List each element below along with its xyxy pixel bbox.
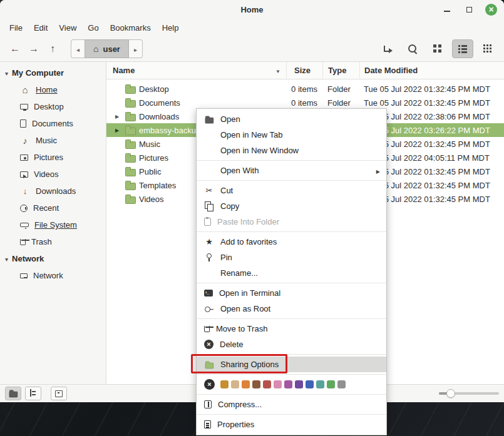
maximize-button[interactable] — [463, 4, 475, 15]
sidebar-item-recent[interactable]: Recent — [0, 200, 106, 216]
folder-color-swatch[interactable] — [284, 380, 292, 388]
forward-icon — [29, 43, 39, 54]
clear-folder-color-button[interactable] — [204, 379, 215, 390]
sidebar-item-label: Videos — [34, 170, 59, 179]
favorites-star-icon — [204, 237, 214, 247]
menu-separator — [197, 318, 386, 319]
sidebar-section-my-computer[interactable]: My Computer — [0, 64, 106, 81]
menu-item-properties[interactable]: Properties — [197, 417, 386, 432]
column-label: Name — [113, 66, 135, 75]
sidebar-item-home[interactable]: Home — [0, 81, 106, 98]
menu-view[interactable]: View — [53, 21, 82, 35]
back-button[interactable] — [6, 39, 24, 58]
up-button[interactable] — [43, 39, 62, 58]
column-header-date[interactable]: Date Modified — [359, 62, 504, 79]
menu-file[interactable]: File — [4, 21, 28, 35]
menu-item-open-in-terminal[interactable]: Open in Terminal — [197, 285, 386, 301]
file-row-desktop[interactable]: Desktop 0 items Folder Tue 05 Jul 2022 0… — [106, 82, 504, 96]
menu-item-open-new-tab[interactable]: Open in New Tab — [197, 127, 386, 143]
up-icon — [50, 43, 55, 54]
key-icon — [204, 304, 214, 314]
toggle-location-entry-button[interactable] — [377, 39, 398, 58]
sidebar-item-network[interactable]: Network — [0, 267, 106, 284]
file-row-documents[interactable]: Documents 0 items Folder Tue 05 Jul 2022… — [106, 96, 504, 109]
sidebar-item-label: Home — [36, 85, 58, 94]
copy-icon — [204, 201, 214, 211]
breadcrumb-prev-button[interactable] — [71, 39, 85, 58]
menu-help[interactable]: Help — [157, 21, 185, 35]
breadcrumb-current-label: user — [103, 44, 120, 54]
sidebar-item-file-system[interactable]: File System — [0, 216, 106, 233]
treeview-sidebar-toggle[interactable] — [25, 387, 41, 400]
zoom-track[interactable] — [439, 392, 499, 395]
menu-item-label: Add to favorites — [220, 237, 277, 246]
menu-item-open[interactable]: Open — [197, 111, 386, 127]
titlebar[interactable]: Home — [0, 0, 504, 19]
sidebar-item-pictures[interactable]: Pictures — [0, 149, 106, 166]
folder-color-swatch[interactable] — [327, 380, 335, 388]
expander-icon[interactable] — [113, 114, 121, 119]
sidebar-item-documents[interactable]: Documents — [0, 115, 106, 132]
close-button[interactable] — [485, 4, 497, 16]
sidebar-item-label: Desktop — [34, 102, 64, 111]
menu-item-paste-into-folder[interactable]: Paste Into Folder — [197, 214, 386, 230]
icon-view-button[interactable] — [427, 39, 448, 58]
folder-color-swatch[interactable] — [231, 380, 239, 388]
menu-item-cut[interactable]: Cut — [197, 183, 386, 198]
folder-color-swatch[interactable] — [316, 380, 324, 388]
folder-color-swatch[interactable] — [306, 380, 314, 388]
folder-color-swatch[interactable] — [337, 380, 346, 388]
menu-bookmarks[interactable]: Bookmarks — [105, 21, 157, 35]
menu-edit[interactable]: Edit — [28, 21, 53, 35]
list-view-button[interactable] — [452, 39, 473, 58]
menu-go[interactable]: Go — [82, 21, 104, 35]
menu-item-add-to-favorites[interactable]: Add to favorites — [197, 234, 386, 250]
disclosure-icon — [5, 254, 8, 263]
menu-item-pin[interactable]: Pin — [197, 250, 386, 265]
sidebar-item-downloads[interactable]: Downloads — [0, 183, 106, 200]
menu-item-open-as-root[interactable]: Open as Root — [197, 301, 386, 317]
sidebar-item-trash[interactable]: Trash — [0, 233, 106, 250]
file-name: Templates — [139, 181, 176, 190]
menu-item-open-new-window[interactable]: Open in New Window — [197, 143, 386, 158]
cut-icon — [204, 186, 214, 196]
menu-item-move-to-trash[interactable]: Move to Trash — [197, 321, 386, 337]
expander-icon[interactable] — [113, 128, 121, 133]
sidebar-item-desktop[interactable]: Desktop — [0, 98, 106, 115]
menu-item-delete[interactable]: Delete — [197, 337, 386, 352]
minimize-button[interactable] — [441, 4, 453, 15]
forward-button[interactable] — [24, 39, 43, 58]
search-button[interactable] — [402, 39, 423, 58]
breadcrumb-current-button[interactable]: user — [85, 39, 129, 58]
folder-color-swatch[interactable] — [242, 380, 250, 388]
sidebar-item-videos[interactable]: Videos — [0, 166, 106, 183]
folder-color-swatch[interactable] — [252, 380, 260, 388]
sidebar-item-label: Documents — [32, 119, 73, 128]
hide-sidebar-toggle[interactable] — [51, 387, 67, 400]
menu-item-sharing-options[interactable]: Sharing Options — [197, 357, 386, 372]
trash-icon — [204, 326, 210, 332]
sidebar-item-music[interactable]: Music — [0, 132, 106, 149]
tree-icon — [28, 388, 38, 398]
menubar: File Edit View Go Bookmarks Help — [0, 19, 504, 36]
menu-item-label: Copy — [220, 201, 239, 211]
menu-item-open-with[interactable]: Open With — [197, 163, 386, 178]
zoom-thumb[interactable] — [446, 389, 455, 398]
folder-color-swatch[interactable] — [220, 380, 229, 388]
menu-item-copy[interactable]: Copy — [197, 198, 386, 214]
section-label: My Computer — [12, 68, 64, 78]
folder-color-swatch[interactable] — [263, 380, 271, 388]
zoom-slider[interactable] — [439, 385, 499, 402]
folder-color-swatch[interactable] — [274, 380, 282, 388]
sidebar-section-network[interactable]: Network — [0, 250, 106, 267]
menu-item-compress[interactable]: Compress... — [197, 397, 386, 412]
column-header-name[interactable]: Name — [106, 62, 286, 79]
compact-view-button[interactable] — [477, 39, 498, 58]
column-header-type[interactable]: Type — [322, 62, 359, 79]
column-header-size[interactable]: Size — [286, 62, 322, 79]
folder-color-swatch[interactable] — [295, 380, 303, 388]
column-label: Date Modified — [364, 66, 418, 75]
breadcrumb-next-button[interactable] — [129, 39, 143, 58]
places-sidebar-toggle[interactable] — [5, 387, 21, 400]
menu-item-rename[interactable]: Rename... — [197, 265, 386, 281]
